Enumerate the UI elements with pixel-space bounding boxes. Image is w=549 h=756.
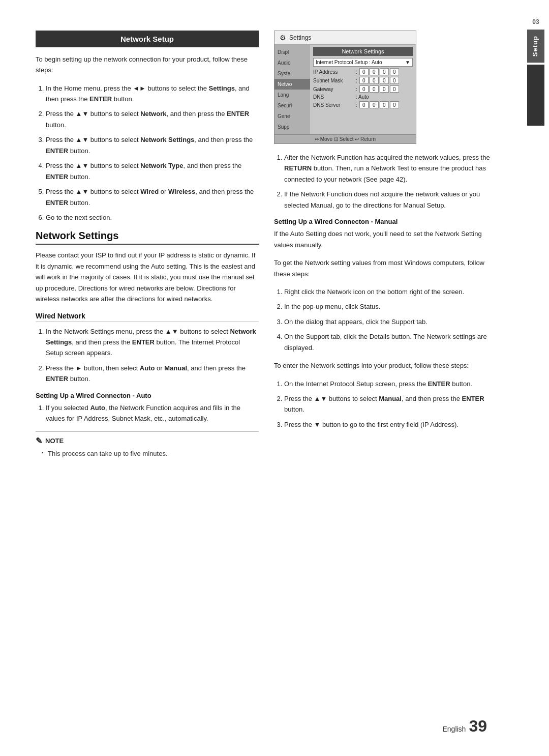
subnet-field-4: 0 — [390, 77, 399, 84]
dns-server-colon: : — [356, 102, 357, 108]
manual-steps-list: Right click the Network icon on the bott… — [274, 286, 497, 353]
gateway-row: Gateway : 0 0 0 0 — [313, 85, 413, 93]
settings-body: Displ Audio Syste Netwo Lang Securi Gene… — [274, 45, 416, 134]
network-settings-heading: Network Settings — [36, 230, 259, 245]
note-icon: ✎ — [36, 436, 42, 446]
step-1: In the Home menu, press the ◄► buttons t… — [46, 83, 259, 105]
ip-field-3: 0 — [380, 68, 389, 75]
dns-server-field-4: 0 — [390, 101, 399, 108]
step-6: Go to the next section. — [46, 212, 259, 223]
subnet-mask-label: Subnet Mask — [313, 78, 354, 83]
gateway-fields: 0 0 0 0 — [359, 85, 399, 93]
gateway-field-2: 0 — [370, 85, 379, 93]
network-setup-title: Network Setup — [120, 35, 174, 43]
protocol-dropdown-label: Internet Protocol Setup : Auto — [316, 60, 382, 65]
menu-item-network: Netwo — [274, 79, 310, 90]
dns-row: DNS : Auto — [313, 94, 413, 100]
post-screenshot-steps: After the Network Function has acquired … — [274, 152, 497, 211]
subnet-field-2: 0 — [370, 77, 379, 84]
ip-colon: : — [356, 69, 357, 75]
subnet-field-3: 0 — [380, 77, 389, 84]
enter-step-3: Press the ▼ button to go to the first en… — [284, 419, 497, 430]
settings-left-menu: Displ Audio Syste Netwo Lang Securi Gene… — [274, 45, 310, 134]
manual-step-4: On the Support tab, click the Details bu… — [284, 331, 497, 353]
wired-step-2: Press the ► button, then select Auto or … — [46, 363, 259, 385]
note-items-list: This process can take up to five minutes… — [36, 449, 259, 459]
step-4: Press the ▲▼ buttons to select Network T… — [46, 160, 259, 182]
menu-item-support: Supp — [274, 122, 310, 132]
menu-item-general: Gene — [274, 111, 310, 122]
settings-right-panel: Network Settings Internet Protocol Setup… — [310, 45, 416, 134]
enter-step-1: On the Internet Protocol Setup screen, p… — [284, 379, 497, 389]
step-2: Press the ▲▼ buttons to select Network, … — [46, 108, 259, 130]
network-setup-header: Network Setup — [36, 31, 259, 47]
menu-item-lang: Lang — [274, 90, 310, 100]
left-column: Network Setup To begin setting up the ne… — [36, 31, 259, 459]
chapter-number: 03 — [532, 18, 539, 25]
subnet-mask-row: Subnet Mask : 0 0 0 0 — [313, 77, 413, 84]
settings-header-label: Settings — [289, 34, 311, 41]
intro-text: To begin setting up the network connecti… — [36, 54, 259, 76]
dns-server-field-3: 0 — [380, 101, 389, 108]
subnet-fields: 0 0 0 0 — [359, 77, 399, 84]
gateway-field-3: 0 — [380, 85, 389, 93]
protocol-dropdown: Internet Protocol Setup : Auto ▼ — [313, 58, 413, 67]
settings-gear-icon: ⚙ — [280, 34, 286, 42]
gateway-field-4: 0 — [390, 85, 399, 93]
dns-server-fields: 0 0 0 0 — [359, 101, 399, 108]
ip-field-4: 0 — [390, 68, 399, 75]
two-column-layout: Network Setup To begin setting up the ne… — [36, 31, 497, 459]
post-step-2: After the Network Function has acquired … — [284, 152, 497, 185]
settings-screenshot: ⚙ Settings Displ Audio Syste Netwo Lang … — [274, 31, 416, 144]
subnet-field-1: 0 — [359, 77, 369, 84]
note-title: ✎ NOTE — [36, 436, 259, 446]
manual-step-1: Right click the Network icon on the bott… — [284, 286, 497, 297]
right-column: ⚙ Settings Displ Audio Syste Netwo Lang … — [274, 31, 497, 459]
gateway-field-1: 0 — [359, 85, 369, 93]
manual-windows-intro: To get the Network setting values from m… — [274, 257, 497, 279]
ip-field-1: 0 — [359, 68, 369, 75]
footer-page-number: 39 — [469, 717, 487, 736]
dns-label: DNS — [313, 94, 354, 100]
manual-step-2: In the pop-up menu, click Status. — [284, 301, 497, 312]
footer-language: English — [442, 725, 466, 733]
dns-value: : Auto — [356, 94, 369, 100]
dropdown-arrow: ▼ — [405, 60, 410, 65]
gateway-colon: : — [356, 86, 357, 92]
ip-fields: 0 0 0 0 — [359, 68, 399, 75]
menu-item-audio: Audio — [274, 57, 310, 68]
right-sidebar: 03 Setup — [523, 0, 549, 756]
gateway-label: Gateway — [313, 86, 354, 92]
ip-address-row: IP Address : 0 0 0 0 — [313, 68, 413, 75]
wired-step-1: In the Network Settings menu, press the … — [46, 326, 259, 359]
dns-server-field-1: 0 — [359, 101, 369, 108]
post-step-3: If the Network Function does not acquire… — [284, 189, 497, 211]
protocol-dropdown-row: Internet Protocol Setup : Auto ▼ — [313, 58, 413, 67]
wired-network-subheading: Wired Network — [36, 312, 259, 322]
wired-steps-list: In the Network Settings menu, press the … — [36, 326, 259, 385]
enter-intro: To enter the Network settings into your … — [274, 360, 497, 371]
dns-server-label: DNS Server — [313, 102, 354, 108]
settings-footer: ⇔ Move ⊡ Select ↩ Return — [274, 134, 416, 143]
dns-server-field-2: 0 — [370, 101, 379, 108]
settings-header: ⚙ Settings — [274, 31, 416, 45]
auto-subheading: Setting Up a Wired Connecton - Auto — [36, 392, 259, 399]
setup-steps-list: In the Home menu, press the ◄► buttons t… — [36, 83, 259, 223]
step-5: Press the ▲▼ buttons to select Wired or … — [46, 186, 259, 208]
step-3: Press the ▲▼ buttons to select Network S… — [46, 134, 259, 156]
manual-intro: If the Auto Setting does not work, you'l… — [274, 228, 497, 250]
auto-steps-list: If you selected Auto, the Network Functi… — [36, 402, 259, 424]
network-settings-body: Please contact your ISP to find out if y… — [36, 250, 259, 304]
dns-server-row: DNS Server : 0 0 0 0 — [313, 101, 413, 108]
enter-step-2: Press the ▲▼ buttons to select Manual, a… — [284, 393, 497, 415]
menu-item-system: Syste — [274, 68, 310, 79]
menu-item-security: Securi — [274, 100, 310, 111]
note-box: ✎ NOTE This process can take up to five … — [36, 431, 259, 459]
sidebar-tab-label: Setup — [527, 30, 544, 63]
manual-subheading: Setting Up a Wired Connecton - Manual — [274, 218, 497, 225]
page-footer: English 39 — [442, 717, 487, 736]
settings-panel-title: Network Settings — [313, 47, 413, 56]
note-item-1: This process can take up to five minutes… — [42, 449, 259, 459]
enter-steps-list: On the Internet Protocol Setup screen, p… — [274, 379, 497, 430]
main-content: Network Setup To begin setting up the ne… — [0, 0, 523, 756]
